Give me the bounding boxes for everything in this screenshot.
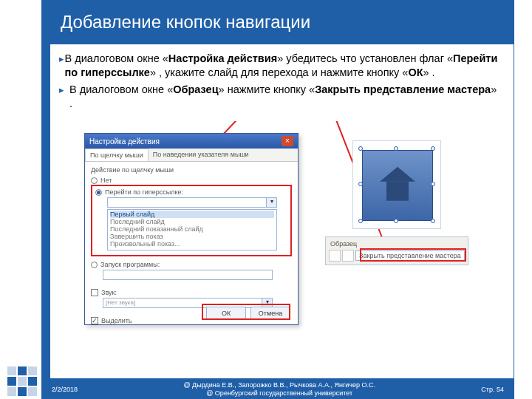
bullet-marker: ▸ (59, 83, 69, 111)
footer-credits: @ Дырдина Е.В., Запорожко В.В., Рычкова … (78, 381, 481, 398)
bullet-1: ▸ В диалоговом окне «Настройка действия»… (59, 52, 502, 80)
toolbar-title: Образец (327, 239, 466, 248)
right-figure: Образец Закрыть представление мастера (325, 140, 468, 265)
slide-title: Добавление кнопок навигации (61, 12, 310, 33)
hyperlink-list[interactable]: Первый слайд Последний слайд Последний п… (107, 209, 277, 250)
highlight-label: Выделить (101, 317, 132, 324)
footer-date: 2/2/2018 (52, 386, 78, 393)
sound-label: Звук: (101, 289, 117, 296)
dialog-buttons: ОК Отмена (206, 307, 290, 320)
left-accent (41, 0, 50, 379)
option-run[interactable]: Запуск программы: (91, 261, 292, 268)
list-item[interactable]: Произвольный показ... (110, 240, 274, 248)
highlight-hyperlink-box: Перейти по гиперссылке: ▾ Первый слайд П… (91, 185, 292, 256)
hyperlink-combo[interactable]: ▾ (107, 197, 277, 208)
sound-checkbox[interactable] (91, 289, 98, 296)
slide-content: ▸ В диалоговом окне «Настройка действия»… (59, 52, 502, 335)
dialog-titlebar: Настройка действия × (85, 134, 298, 149)
group-label: Действие по щелчку мыши (91, 166, 292, 174)
close-master-button[interactable]: Закрыть представление мастера (355, 250, 465, 261)
tab-click[interactable]: По щелчку мыши (85, 149, 149, 161)
cancel-button[interactable]: Отмена (250, 307, 290, 320)
dialog-title-text: Настройка действия (89, 137, 160, 146)
list-item[interactable]: Завершить показ (110, 233, 274, 240)
option-none[interactable]: Нет (91, 177, 292, 184)
bullet-2: ▸ В диалоговом окне «Образец» нажмите кн… (59, 83, 502, 111)
action-settings-dialog: Настройка действия × По щелчку мыши По н… (84, 133, 299, 325)
list-item[interactable]: Первый слайд (110, 211, 274, 218)
list-item[interactable]: Последний слайд (110, 218, 274, 225)
tab-hover[interactable]: По наведении указателя мыши (149, 149, 253, 161)
close-icon[interactable]: × (282, 136, 293, 146)
toolbar-icon[interactable] (342, 250, 354, 262)
chevron-down-icon[interactable]: ▾ (266, 198, 276, 207)
home-icon (380, 167, 415, 201)
toolbar-icon[interactable] (329, 250, 341, 262)
slide-footer: 2/2/2018 @ Дырдина Е.В., Запорожко В.В.,… (41, 379, 514, 399)
shape-canvas (352, 140, 441, 229)
list-item[interactable]: Последний показанный слайд (110, 225, 274, 233)
sound-row: Звук: (91, 289, 292, 296)
dialog-tabs: По щелчку мыши По наведении указателя мы… (85, 149, 298, 162)
figures-area: Настройка действия × По щелчку мыши По н… (59, 121, 502, 335)
bullet-marker: ▸ (59, 52, 65, 80)
highlight-checkbox[interactable] (91, 317, 98, 324)
action-button-shape[interactable] (362, 150, 433, 221)
dialog-body: Действие по щелчку мыши Нет Перейти по г… (85, 162, 298, 329)
bullet-text: В диалоговом окне «Настройка действия» у… (65, 52, 502, 80)
master-toolbar: Образец Закрыть представление мастера (325, 236, 468, 265)
footer-page: Стр. 54 (481, 386, 504, 393)
slide-header: Добавление кнопок навигации (41, 0, 514, 44)
decorative-squares (7, 366, 37, 396)
bullet-text: В диалоговом окне «Образец» нажмите кноп… (69, 83, 502, 111)
ok-button[interactable]: ОК (206, 307, 246, 320)
run-path-input[interactable] (103, 270, 273, 280)
option-hyperlink[interactable]: Перейти по гиперссылке: (95, 188, 287, 196)
